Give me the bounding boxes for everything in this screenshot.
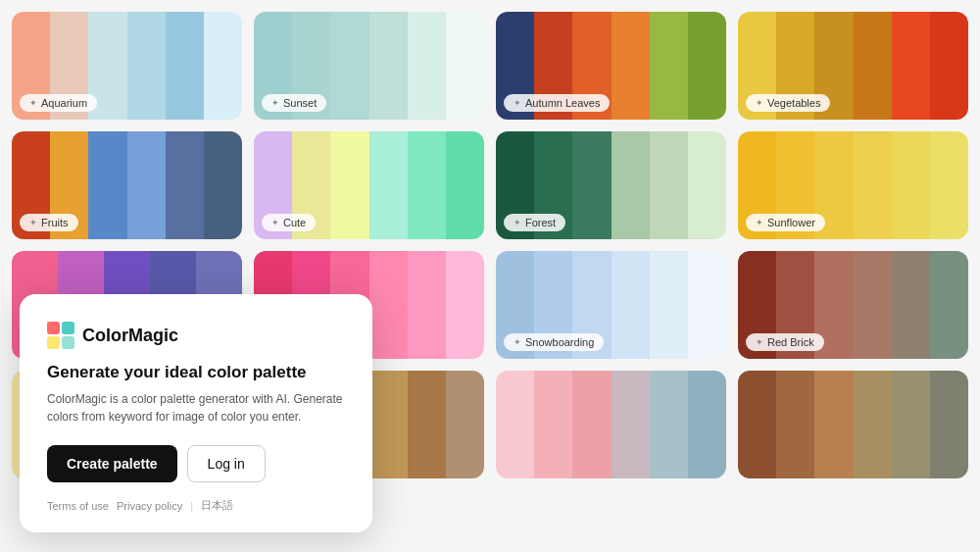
popup-footer: Terms of use Privacy policy | 日本語 [47, 498, 345, 513]
palette-autumn-leaves[interactable]: Autumn Leaves [496, 12, 726, 120]
palette-label: Aquarium [20, 94, 97, 112]
palette-label: Autumn Leaves [504, 94, 610, 112]
palette-label: Fruits [20, 214, 78, 231]
color-strip [930, 371, 968, 478]
palette-snowboarding[interactable]: Snowboarding [496, 251, 726, 359]
color-strip [688, 12, 726, 120]
color-strip [446, 12, 484, 120]
svg-rect-2 [47, 336, 60, 349]
palette-label: Sunflower [746, 214, 825, 231]
create-palette-button[interactable]: Create palette [47, 445, 177, 482]
palette-vegetables[interactable]: Vegetables [738, 12, 968, 120]
color-strip [330, 12, 368, 120]
color-strip [612, 371, 650, 478]
palette-row4-3[interactable] [496, 371, 726, 478]
svg-rect-0 [47, 322, 60, 334]
color-strip [572, 131, 611, 239]
svg-rect-1 [62, 322, 74, 334]
color-strip [930, 251, 968, 359]
color-strip [534, 371, 572, 478]
color-strip [738, 371, 776, 478]
color-strip [892, 12, 930, 120]
color-strip [369, 131, 408, 239]
color-strip [446, 131, 484, 239]
color-strip [854, 371, 892, 478]
color-strip [127, 131, 166, 239]
color-strip [408, 371, 446, 478]
palette-label: Cute [262, 214, 316, 231]
color-strip [408, 131, 446, 239]
color-strip [408, 251, 446, 359]
language-link[interactable]: 日本語 [201, 498, 233, 513]
palette-cute[interactable]: Cute [254, 131, 484, 239]
color-strip [892, 371, 930, 478]
popup-logo: ColorMagic [47, 322, 345, 349]
color-strip [892, 251, 930, 359]
color-strip [930, 12, 968, 120]
palette-label: Snowboarding [504, 333, 604, 351]
svg-rect-3 [62, 336, 74, 349]
color-strip [204, 12, 242, 120]
color-strip [854, 131, 892, 239]
terms-link[interactable]: Terms of use [47, 500, 109, 512]
color-strip [650, 131, 688, 239]
color-strip [776, 371, 814, 478]
login-button[interactable]: Log in [187, 445, 266, 482]
palette-label: Sunset [262, 94, 326, 112]
palette-aquarium[interactable]: Aquarium [12, 12, 242, 120]
color-strip [650, 12, 688, 120]
color-strip [369, 371, 408, 478]
color-strip [496, 371, 534, 478]
palette-sunflower[interactable]: Sunflower [738, 131, 968, 239]
colormagic-logo-icon [47, 322, 74, 349]
popup-description: ColorMagic is a color palette generator … [47, 390, 345, 426]
palette-sunset[interactable]: Sunset [254, 12, 484, 120]
color-strip [127, 12, 166, 120]
palette-label: Vegetables [746, 94, 830, 112]
color-strip [572, 371, 611, 478]
color-strip [650, 371, 688, 478]
color-strip [688, 131, 726, 239]
color-strip [688, 251, 726, 359]
color-strip [204, 131, 242, 239]
color-strip [166, 12, 204, 120]
color-strip [612, 12, 650, 120]
palette-label: Forest [504, 214, 565, 231]
color-strip [330, 131, 368, 239]
color-strip [369, 12, 408, 120]
color-strip [408, 12, 446, 120]
color-strip [446, 371, 484, 478]
popup-title: Generate your ideal color palette [47, 363, 345, 382]
palette-red-brick[interactable]: Red Brick [738, 251, 968, 359]
palette-fruits[interactable]: Fruits [12, 131, 242, 239]
color-strip [854, 251, 892, 359]
color-strip [688, 371, 726, 478]
color-strip [166, 131, 204, 239]
popup-buttons: Create palette Log in [47, 445, 345, 482]
palette-forest[interactable]: Forest [496, 131, 726, 239]
color-strip [612, 131, 650, 239]
color-strip [612, 251, 650, 359]
palette-row4-4[interactable] [738, 371, 968, 478]
popup-logo-text: ColorMagic [82, 326, 178, 346]
color-strip [814, 371, 853, 478]
color-strip [446, 251, 484, 359]
color-strip [369, 251, 408, 359]
color-strip [854, 12, 892, 120]
palette-label: Red Brick [746, 333, 824, 351]
color-strip [650, 251, 688, 359]
color-strip [930, 131, 968, 239]
privacy-link[interactable]: Privacy policy [117, 500, 182, 512]
color-strip [88, 131, 126, 239]
color-strip [892, 131, 930, 239]
popup-modal: ColorMagic Generate your ideal color pal… [20, 294, 372, 532]
